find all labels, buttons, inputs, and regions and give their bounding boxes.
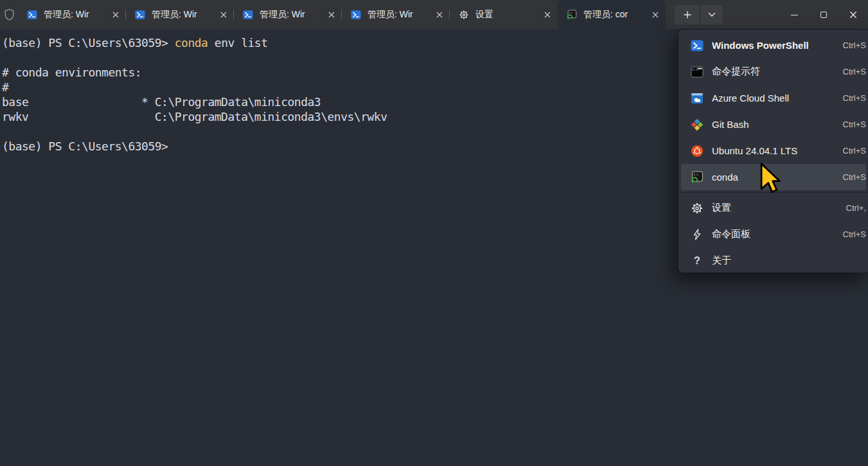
- menu-item-windows-powershell[interactable]: Windows PowerShell Ctrl+S: [681, 32, 866, 58]
- shortcut-label: Ctrl+S: [843, 172, 866, 182]
- tab-powershell-4[interactable]: 管理员: Wir: [342, 0, 450, 29]
- gear-icon: [459, 10, 469, 20]
- shortcut-label: Ctrl+S: [843, 40, 866, 50]
- new-tab-button[interactable]: [675, 5, 700, 24]
- maximize-button[interactable]: [809, 0, 838, 29]
- shortcut-label: Ctrl+,: [846, 203, 866, 213]
- menu-item-command-palette[interactable]: 命令面板 Ctrl+S: [681, 221, 866, 247]
- menu-item-azure-cloud-shell[interactable]: Azure Cloud Shell Ctrl+S: [681, 85, 866, 111]
- shortcut-label: Ctrl+S: [843, 120, 866, 129]
- azure-cloud-icon: [691, 92, 704, 105]
- shortcut-label: Ctrl+S: [843, 93, 866, 103]
- tab-title: 管理员: Wir: [44, 9, 108, 21]
- tab-close-icon[interactable]: [544, 11, 551, 19]
- tab-powershell-2[interactable]: 管理员: Wir: [126, 0, 234, 29]
- windows-terminal-window: 管理员: Wir 管理员: Wir 管理员: Wir 管理员: Wir 设置 管…: [0, 0, 868, 466]
- ubuntu-icon: [691, 145, 704, 157]
- tab-title: 管理员: Wir: [152, 9, 216, 21]
- mouse-cursor: [760, 162, 783, 194]
- admin-shield-icon: [0, 0, 18, 29]
- cmd-icon: [691, 66, 704, 78]
- tab-title: 设置: [475, 9, 540, 21]
- command-text: conda: [175, 36, 208, 49]
- tab-title: 管理员: Wir: [368, 9, 432, 21]
- shortcut-label: Ctrl+S: [843, 229, 866, 239]
- new-tab-split-button: [675, 5, 723, 24]
- profiles-dropdown-button[interactable]: [700, 5, 723, 24]
- powershell-icon: [135, 10, 145, 20]
- minimize-icon: [791, 15, 798, 15]
- tab-close-icon[interactable]: [112, 11, 120, 19]
- powershell-icon: [243, 10, 253, 20]
- minimize-button[interactable]: [779, 0, 809, 29]
- question-icon: ?: [691, 255, 704, 267]
- tab-title: 管理员: cor: [583, 9, 648, 21]
- tab-close-icon[interactable]: [328, 11, 335, 19]
- close-icon: [849, 10, 858, 19]
- prompt-text: (base) PS C:\Users\63059>: [2, 36, 175, 49]
- tab-close-icon[interactable]: [220, 11, 227, 19]
- powershell-icon: [351, 10, 361, 20]
- gear-icon: [691, 202, 704, 215]
- command-args: env list: [208, 36, 267, 49]
- tab-bar: 管理员: Wir 管理员: Wir 管理员: Wir 管理员: Wir 设置 管…: [0, 0, 868, 29]
- menu-item-cmd[interactable]: 命令提示符 Ctrl+S: [681, 58, 866, 85]
- chevron-down-icon: [708, 12, 716, 17]
- menu-item-about[interactable]: ? 关于: [681, 247, 866, 274]
- powershell-icon: [691, 39, 704, 52]
- git-bash-icon: [691, 118, 704, 131]
- tab-title: 管理员: Wir: [260, 9, 324, 21]
- menu-item-git-bash[interactable]: Git Bash Ctrl+S: [681, 111, 866, 138]
- conda-icon: [567, 10, 577, 20]
- tab-settings[interactable]: 设置: [450, 0, 558, 29]
- conda-icon: [691, 171, 704, 184]
- powershell-icon: [27, 10, 37, 20]
- tab-powershell-1[interactable]: 管理员: Wir: [18, 0, 126, 29]
- menu-item-ubuntu[interactable]: Ubuntu 24.04.1 LTS Ctrl+S: [681, 138, 866, 164]
- maximize-icon: [820, 12, 827, 18]
- tab-powershell-3[interactable]: 管理员: Wir: [234, 0, 342, 29]
- tab-close-icon[interactable]: [436, 11, 443, 19]
- menu-item-settings[interactable]: 设置 Ctrl+,: [681, 195, 866, 221]
- lightning-icon: [691, 228, 704, 241]
- plus-icon: [683, 10, 692, 19]
- window-controls: [779, 0, 868, 29]
- shortcut-label: Ctrl+S: [843, 146, 866, 156]
- shortcut-label: Ctrl+S: [843, 67, 866, 76]
- tab-conda-active[interactable]: 管理员: cor: [558, 0, 666, 29]
- profile-dropdown-menu: Windows PowerShell Ctrl+S 命令提示符 Ctrl+S A…: [678, 29, 868, 273]
- close-button[interactable]: [838, 0, 868, 29]
- tab-close-icon[interactable]: [651, 11, 659, 19]
